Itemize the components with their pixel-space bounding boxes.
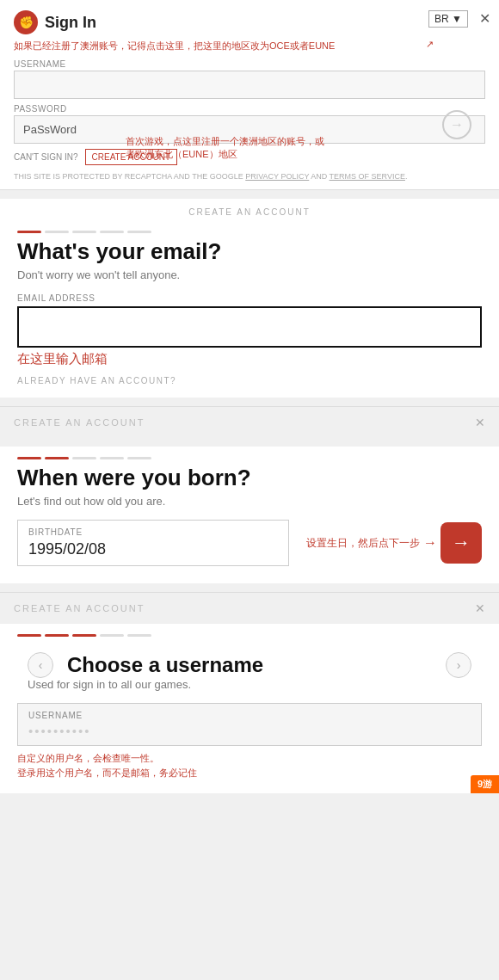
un-progress-step-4: [100, 634, 124, 637]
email-section: CREATE AN ACCOUNT What's your email? Don…: [0, 199, 499, 398]
legal-text: THIS SITE IS PROTECTED BY RECAPTCHA AND …: [14, 172, 485, 181]
privacy-link[interactable]: PRIVACY POLICY: [245, 172, 309, 181]
email-form-group: EMAIL ADDRESS: [17, 293, 482, 348]
bd-progress-step-5: [127, 457, 151, 459]
email-label: EMAIL ADDRESS: [17, 293, 482, 303]
un-progress-step-1: [17, 634, 41, 637]
progress-step-1: [17, 231, 41, 233]
username-annotation-line1: 自定义的用户名，会检查唯一性。: [17, 753, 159, 763]
next-button[interactable]: ›: [446, 652, 471, 678]
region-selector[interactable]: BR ▼: [428, 10, 468, 28]
section-bar-1-text: CREATE AN ACCOUNT: [14, 417, 145, 428]
progress-step-2: [45, 231, 69, 233]
email-input[interactable]: [17, 306, 482, 348]
terms-link[interactable]: TERMS OF SERVICE: [330, 172, 405, 181]
bd-progress-step-1: [17, 457, 41, 459]
cant-signin-label: CAN'T SIGN IN?: [14, 152, 78, 162]
progress-step-3: [72, 231, 96, 233]
section-bar-2-close[interactable]: ✕: [475, 601, 485, 615]
bd-progress-step-2: [45, 457, 69, 459]
birthdate-section: When were you born? Let's find out how o…: [0, 447, 499, 583]
already-have-label: ALREADY HAVE AN ACCOUNT?: [0, 376, 499, 398]
un-progress-step-2: [45, 634, 69, 637]
close-icon[interactable]: ✕: [479, 10, 490, 27]
birthdate-title: When were you born?: [0, 459, 499, 495]
password-label: PASSWORD: [14, 104, 485, 114]
section-bar-2-text: CREATE AN ACCOUNT: [14, 603, 145, 613]
un-progress-step-3: [72, 634, 96, 637]
jiuyou-badge: 9游: [471, 775, 499, 793]
fist-icon: ✊: [19, 15, 34, 29]
signin-title: Sign In: [45, 14, 96, 32]
username-group: USERNAME: [14, 59, 485, 99]
progress-step-5: [127, 231, 151, 233]
birthdate-annotation: 设置生日，然后点下一步: [306, 536, 420, 551]
progress-step-4: [100, 231, 124, 233]
username-input[interactable]: [14, 71, 485, 99]
birthdate-progress-bar: [0, 447, 499, 459]
email-section-subtitle: Don't worry we won't tell anyone.: [0, 268, 499, 293]
section-bar-1-close[interactable]: ✕: [475, 416, 485, 429]
username-subtitle: Used for sign in to all our games.: [0, 678, 499, 703]
riot-logo: ✊: [14, 10, 38, 34]
username-input-group: USERNAME ••••••••••: [17, 703, 482, 746]
username-progress-bar: [0, 624, 499, 637]
birthdate-value: 1995/02/08: [28, 540, 278, 558]
email-progress-bar: [0, 220, 499, 233]
annotation-bottom: 首次游戏，点这里注册一个澳洲地区的账号，或者欧洲东北（EUNE）地区: [126, 135, 332, 160]
username-display: ••••••••••: [28, 724, 471, 738]
email-section-header: CREATE AN ACCOUNT: [0, 199, 499, 220]
birthdate-next-button[interactable]: →: [440, 522, 482, 564]
username-annotation-line2: 登录用这个用户名，而不是邮箱，务必记住: [17, 767, 197, 778]
signin-bottom: CAN'T SIGN IN? CREATE ACCOUNT 首次游戏，点这里注册…: [14, 149, 485, 165]
email-section-title: What's your email?: [0, 233, 499, 268]
prev-button[interactable]: ‹: [28, 652, 53, 678]
birthdate-label: BIRTHDATE: [28, 527, 278, 537]
un-progress-step-5: [127, 634, 151, 637]
bd-progress-step-4: [100, 457, 124, 459]
birthdate-row: BIRTHDATE 1995/02/08 设置生日，然后点下一步 → →: [0, 520, 499, 583]
bd-progress-step-3: [72, 457, 96, 459]
birthdate-arrow-icon: →: [423, 535, 437, 551]
nav-arrows: ‹ Choose a username ›: [14, 644, 485, 678]
section-bar-1: CREATE AN ACCOUNT ✕: [0, 406, 499, 438]
annotation-top: 如果已经注册了澳洲账号，记得点击这里，把这里的地区改为OCE或者EUNE ↗: [14, 40, 485, 52]
username-section: ‹ Choose a username › Used for sign in t…: [0, 624, 499, 793]
arrow-icon: ↗: [426, 38, 434, 51]
signin-section: ✊ Sign In BR ▼ ✕ 如果已经注册了澳洲账号，记得点击这里，把这里的…: [0, 0, 499, 190]
username-title: Choose a username: [53, 653, 446, 677]
username-annotation: 自定义的用户名，会检查唯一性。 登录用这个用户名，而不是邮箱，务必记住: [0, 746, 499, 785]
email-placeholder-text: 在这里输入邮箱: [0, 351, 499, 367]
birthdate-input-group: BIRTHDATE 1995/02/08: [17, 520, 289, 566]
username-label: USERNAME: [14, 59, 485, 69]
birthdate-subtitle: Let's find out how old you are.: [0, 495, 499, 520]
section-bar-2: CREATE AN ACCOUNT ✕: [0, 592, 499, 624]
username-field-label: USERNAME: [28, 711, 471, 720]
